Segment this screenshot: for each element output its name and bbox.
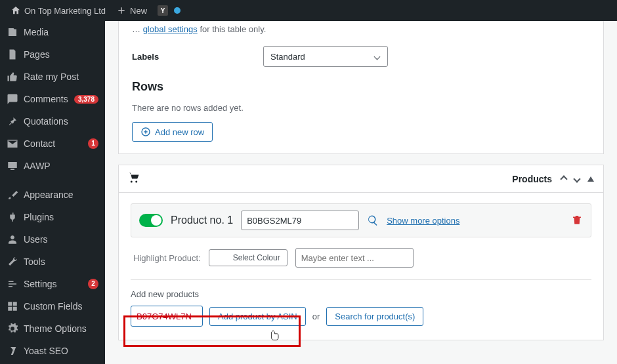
screen-icon bbox=[7, 160, 18, 172]
products-panel-header[interactable]: Products bbox=[118, 165, 604, 193]
thumbs-up-icon bbox=[7, 71, 18, 83]
main-content: … global settings for this table only. L… bbox=[105, 21, 617, 364]
product-row: Product no. 1 Show more options bbox=[131, 203, 591, 237]
select-colour-label: Select Colour bbox=[233, 253, 280, 262]
product-enabled-toggle[interactable] bbox=[139, 214, 163, 227]
sidebar-item-label: Custom Fields bbox=[24, 301, 98, 312]
products-panel-body: Product no. 1 Show more options Highligh… bbox=[118, 193, 604, 340]
customization-note: … global settings for this table only. bbox=[132, 24, 590, 34]
rows-heading: Rows bbox=[132, 80, 590, 94]
home-icon bbox=[11, 5, 21, 16]
sidebar-item-yoast-seo[interactable]: Yoast SEO bbox=[0, 340, 105, 362]
collapse-toggle-icon[interactable] bbox=[587, 176, 594, 182]
grid-icon bbox=[7, 300, 18, 312]
sidebar-item-label: Quotations bbox=[24, 116, 98, 127]
topbar-yoast-link[interactable]: Y bbox=[152, 5, 186, 16]
sidebar-item-theme-options[interactable]: Theme Options bbox=[0, 317, 105, 340]
plus-circle-icon bbox=[140, 127, 151, 137]
sidebar-item-label: Contact bbox=[24, 138, 83, 149]
status-dot bbox=[174, 7, 181, 14]
sidebar-item-tools[interactable]: Tools bbox=[0, 251, 105, 273]
show-more-options-link[interactable]: Show more options bbox=[387, 216, 459, 226]
sidebar-item-comments[interactable]: Comments 3,378 bbox=[0, 88, 105, 110]
sidebar-item-appearance[interactable]: Appearance bbox=[0, 184, 105, 206]
sidebar-item-aawp[interactable]: AAWP bbox=[0, 155, 105, 177]
sidebar-item-label: AAWP bbox=[24, 161, 98, 171]
cart-icon bbox=[128, 172, 140, 186]
sidebar-item-label: Pages bbox=[24, 49, 98, 60]
add-new-row-button[interactable]: Add new row bbox=[132, 122, 213, 142]
search-icon[interactable] bbox=[367, 214, 379, 226]
contact-count-badge: 1 bbox=[88, 138, 98, 149]
wrench-icon bbox=[7, 256, 18, 268]
sidebar-item-rate-my-post[interactable]: Rate my Post bbox=[0, 66, 105, 88]
highlight-text-input[interactable] bbox=[295, 248, 414, 268]
labels-select[interactable]: Standard bbox=[263, 46, 388, 67]
settings-count-badge: 2 bbox=[88, 279, 98, 289]
new-asin-input[interactable] bbox=[131, 306, 203, 327]
divider bbox=[131, 279, 591, 280]
sidebar-item-custom-fields[interactable]: Custom Fields bbox=[0, 295, 105, 317]
add-product-by-asin-button[interactable]: Add product by ASIN bbox=[209, 307, 306, 326]
sidebar-item-settings[interactable]: Settings 2 bbox=[0, 273, 105, 295]
yoast-icon bbox=[7, 345, 18, 357]
pages-icon bbox=[7, 49, 18, 60]
comment-icon bbox=[7, 93, 18, 105]
or-label: or bbox=[312, 312, 320, 321]
sidebar-item-users[interactable]: Users bbox=[0, 228, 105, 251]
topbar-new-link[interactable]: New bbox=[111, 5, 152, 16]
sidebar-item-label: Settings bbox=[24, 279, 83, 289]
site-home-link[interactable]: On Top Marketing Ltd bbox=[5, 5, 111, 16]
labels-select-value: Standard bbox=[270, 52, 305, 62]
rows-empty-message: There are no rows added yet. bbox=[132, 103, 590, 113]
chevron-down-icon bbox=[374, 53, 381, 60]
sidebar-item-label: Tools bbox=[24, 256, 98, 267]
table-settings-panel: … global settings for this table only. L… bbox=[118, 21, 604, 154]
gear-icon bbox=[7, 323, 18, 334]
delete-product-button[interactable] bbox=[571, 214, 583, 228]
sliders-icon bbox=[7, 278, 18, 290]
sidebar-item-label: Media bbox=[24, 27, 98, 37]
sidebar-item-contact[interactable]: Contact 1 bbox=[0, 132, 105, 155]
global-settings-link[interactable]: global settings bbox=[143, 24, 198, 34]
add-new-products-row: Add product by ASIN or Search for produc… bbox=[131, 306, 591, 327]
sidebar-item-label: Comments bbox=[24, 94, 69, 104]
search-products-label: Search for product(s) bbox=[335, 312, 415, 321]
sidebar-item-label: Appearance bbox=[24, 190, 98, 200]
yoast-icon: Y bbox=[158, 5, 168, 16]
media-icon bbox=[7, 26, 18, 38]
sidebar-item-label: Yoast SEO bbox=[24, 346, 98, 356]
site-name: On Top Marketing Ltd bbox=[24, 6, 106, 16]
mail-icon bbox=[7, 138, 18, 150]
user-icon bbox=[7, 233, 18, 245]
chevron-up-icon[interactable] bbox=[560, 175, 567, 182]
products-panel-title: Products bbox=[512, 174, 552, 184]
add-row-label: Add new row bbox=[155, 127, 204, 137]
pin-icon bbox=[7, 115, 18, 127]
comments-count-badge: 3,378 bbox=[74, 95, 98, 104]
plus-icon bbox=[116, 5, 127, 16]
sidebar-item-media[interactable]: Media bbox=[0, 21, 105, 43]
product-asin-input[interactable] bbox=[241, 211, 359, 230]
plug-icon bbox=[7, 211, 18, 223]
sidebar-item-quotations[interactable]: Quotations bbox=[0, 110, 105, 132]
sidebar-item-label: Rate my Post bbox=[24, 71, 98, 82]
sidebar-item-label: Plugins bbox=[24, 212, 98, 222]
brush-icon bbox=[7, 189, 18, 201]
sidebar-item-label: Users bbox=[24, 234, 98, 245]
admin-sidebar: Media Pages Rate my Post Comments 3,378 … bbox=[0, 21, 105, 364]
add-by-asin-label: Add product by ASIN bbox=[218, 312, 297, 321]
sidebar-item-pages[interactable]: Pages bbox=[0, 43, 105, 66]
sidebar-item-plugins[interactable]: Plugins bbox=[0, 206, 105, 228]
labels-field-label: Labels bbox=[132, 52, 263, 62]
chevron-down-icon[interactable] bbox=[573, 175, 580, 182]
product-title: Product no. 1 bbox=[171, 214, 233, 226]
search-for-products-button[interactable]: Search for product(s) bbox=[326, 307, 423, 326]
sidebar-item-label: Theme Options bbox=[24, 323, 98, 334]
select-colour-button[interactable]: Select Colour bbox=[209, 249, 287, 266]
highlight-product-row: Highlight Product: Select Colour bbox=[131, 245, 591, 268]
highlight-label: Highlight Product: bbox=[133, 253, 201, 263]
add-new-products-heading: Add new products bbox=[131, 289, 591, 299]
admin-topbar: On Top Marketing Ltd New Y bbox=[0, 0, 617, 21]
topbar-new-label: New bbox=[130, 6, 147, 16]
